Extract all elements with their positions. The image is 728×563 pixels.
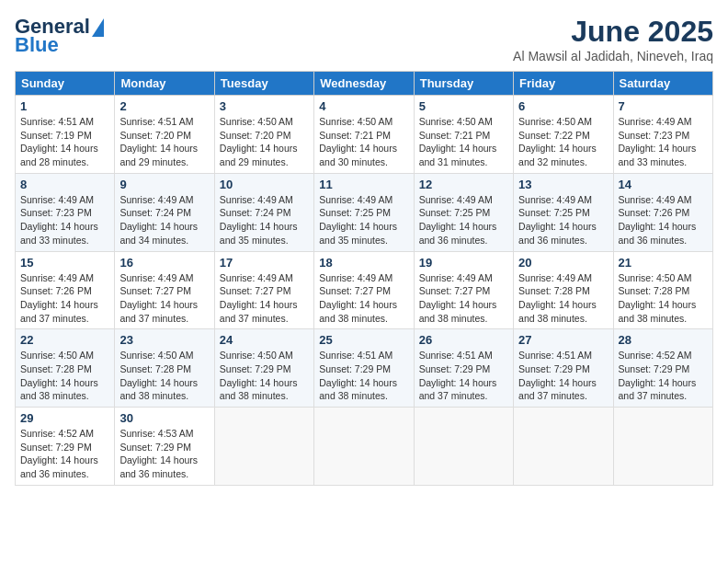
daylight-label: Daylight: 14 hours and 37 minutes. — [220, 299, 298, 324]
week-row-2: 8 Sunrise: 4:49 AM Sunset: 7:23 PM Dayli… — [16, 173, 713, 251]
day-number: 15 — [20, 256, 109, 270]
cell-info: Sunrise: 4:52 AM Sunset: 7:29 PM Dayligh… — [20, 427, 109, 481]
cell-info: Sunrise: 4:51 AM Sunset: 7:19 PM Dayligh… — [20, 115, 109, 169]
calendar-cell: 1 Sunrise: 4:51 AM Sunset: 7:19 PM Dayli… — [16, 96, 115, 174]
cell-info: Sunrise: 4:49 AM Sunset: 7:28 PM Dayligh… — [518, 271, 608, 326]
daylight-label: Daylight: 14 hours and 37 minutes. — [518, 377, 597, 402]
sunrise-label: Sunrise: 4:50 AM — [619, 272, 692, 283]
cell-info: Sunrise: 4:50 AM Sunset: 7:22 PM Dayligh… — [518, 115, 608, 169]
cell-info: Sunrise: 4:49 AM Sunset: 7:23 PM Dayligh… — [20, 193, 109, 247]
sunrise-label: Sunrise: 4:50 AM — [518, 116, 592, 127]
col-header-thursday: Thursday — [414, 72, 513, 96]
month-title: June 2025 — [513, 15, 713, 49]
cell-info: Sunrise: 4:49 AM Sunset: 7:24 PM Dayligh… — [119, 193, 209, 247]
sunrise-label: Sunrise: 4:49 AM — [220, 272, 293, 283]
daylight-label: Daylight: 14 hours and 38 minutes. — [319, 299, 397, 324]
sunrise-label: Sunrise: 4:49 AM — [220, 194, 293, 205]
calendar-cell: 4 Sunrise: 4:50 AM Sunset: 7:21 PM Dayli… — [314, 96, 414, 174]
cell-info: Sunrise: 4:49 AM Sunset: 7:25 PM Dayligh… — [419, 193, 508, 247]
calendar-cell: 24 Sunrise: 4:50 AM Sunset: 7:29 PM Dayl… — [214, 329, 313, 408]
header-row: SundayMondayTuesdayWednesdayThursdayFrid… — [16, 72, 713, 96]
sunset-label: Sunset: 7:23 PM — [20, 207, 92, 218]
sunset-label: Sunset: 7:29 PM — [119, 442, 191, 453]
day-number: 12 — [419, 178, 508, 191]
daylight-label: Daylight: 14 hours and 38 minutes. — [220, 377, 298, 402]
sunrise-label: Sunrise: 4:51 AM — [419, 350, 493, 361]
week-row-4: 22 Sunrise: 4:50 AM Sunset: 7:28 PM Dayl… — [16, 329, 713, 408]
sunrise-label: Sunrise: 4:50 AM — [20, 350, 94, 361]
daylight-label: Daylight: 14 hours and 34 minutes. — [119, 221, 198, 246]
cell-info: Sunrise: 4:52 AM Sunset: 7:29 PM Dayligh… — [619, 349, 708, 403]
cell-info: Sunrise: 4:51 AM Sunset: 7:29 PM Dayligh… — [319, 349, 408, 403]
calendar-cell: 14 Sunrise: 4:49 AM Sunset: 7:26 PM Dayl… — [613, 173, 712, 251]
daylight-label: Daylight: 14 hours and 37 minutes. — [119, 299, 198, 324]
calendar-cell: 23 Sunrise: 4:50 AM Sunset: 7:28 PM Dayl… — [115, 329, 214, 408]
sunset-label: Sunset: 7:28 PM — [518, 285, 590, 296]
sunrise-label: Sunrise: 4:51 AM — [518, 350, 592, 361]
sunset-label: Sunset: 7:28 PM — [20, 363, 92, 374]
day-number: 27 — [518, 333, 608, 347]
cell-info: Sunrise: 4:50 AM Sunset: 7:20 PM Dayligh… — [220, 115, 309, 169]
day-number: 14 — [619, 178, 708, 191]
daylight-label: Daylight: 14 hours and 36 minutes. — [518, 221, 597, 246]
cell-info: Sunrise: 4:50 AM Sunset: 7:28 PM Dayligh… — [20, 349, 109, 403]
sunrise-label: Sunrise: 4:51 AM — [119, 116, 193, 127]
day-number: 4 — [319, 99, 408, 113]
day-number: 20 — [518, 256, 608, 270]
day-number: 10 — [220, 178, 309, 191]
day-number: 9 — [119, 178, 209, 191]
daylight-label: Daylight: 14 hours and 29 minutes. — [220, 143, 298, 167]
day-number: 21 — [619, 256, 708, 270]
col-header-friday: Friday — [514, 72, 613, 96]
calendar-cell: 9 Sunrise: 4:49 AM Sunset: 7:24 PM Dayli… — [115, 173, 214, 251]
sunrise-label: Sunrise: 4:49 AM — [419, 194, 493, 205]
daylight-label: Daylight: 14 hours and 33 minutes. — [20, 221, 98, 246]
day-number: 7 — [619, 99, 708, 113]
cell-info: Sunrise: 4:50 AM Sunset: 7:28 PM Dayligh… — [119, 349, 209, 403]
daylight-label: Daylight: 14 hours and 37 minutes. — [619, 377, 697, 402]
day-number: 24 — [220, 333, 309, 347]
sunset-label: Sunset: 7:19 PM — [20, 130, 92, 141]
calendar-cell: 13 Sunrise: 4:49 AM Sunset: 7:25 PM Dayl… — [514, 173, 613, 251]
sunset-label: Sunset: 7:24 PM — [119, 207, 191, 218]
calendar-cell — [514, 408, 613, 486]
calendar-cell: 30 Sunrise: 4:53 AM Sunset: 7:29 PM Dayl… — [115, 408, 214, 486]
calendar-cell: 17 Sunrise: 4:49 AM Sunset: 7:27 PM Dayl… — [214, 251, 313, 329]
daylight-label: Daylight: 14 hours and 38 minutes. — [119, 377, 198, 402]
sunrise-label: Sunrise: 4:49 AM — [518, 272, 592, 283]
cell-info: Sunrise: 4:51 AM Sunset: 7:20 PM Dayligh… — [119, 115, 209, 169]
sunset-label: Sunset: 7:21 PM — [319, 130, 391, 141]
sunset-label: Sunset: 7:29 PM — [319, 363, 391, 374]
daylight-label: Daylight: 14 hours and 36 minutes. — [20, 454, 98, 479]
daylight-label: Daylight: 14 hours and 38 minutes. — [619, 299, 697, 324]
sunrise-label: Sunrise: 4:52 AM — [20, 428, 94, 439]
calendar-cell: 28 Sunrise: 4:52 AM Sunset: 7:29 PM Dayl… — [613, 329, 712, 408]
calendar-cell: 29 Sunrise: 4:52 AM Sunset: 7:29 PM Dayl… — [16, 408, 115, 486]
daylight-label: Daylight: 14 hours and 36 minutes. — [419, 221, 497, 246]
sunrise-label: Sunrise: 4:50 AM — [220, 350, 293, 361]
col-header-tuesday: Tuesday — [214, 72, 313, 96]
sunset-label: Sunset: 7:29 PM — [619, 363, 690, 374]
sunset-label: Sunset: 7:29 PM — [20, 442, 92, 453]
sunset-label: Sunset: 7:25 PM — [319, 207, 391, 218]
sunrise-label: Sunrise: 4:49 AM — [619, 194, 692, 205]
cell-info: Sunrise: 4:49 AM Sunset: 7:24 PM Dayligh… — [220, 193, 309, 247]
day-number: 25 — [319, 333, 408, 347]
daylight-label: Daylight: 14 hours and 38 minutes. — [518, 299, 597, 324]
day-number: 8 — [20, 178, 109, 191]
daylight-label: Daylight: 14 hours and 38 minutes. — [319, 377, 397, 402]
calendar-cell: 20 Sunrise: 4:49 AM Sunset: 7:28 PM Dayl… — [514, 251, 613, 329]
daylight-label: Daylight: 14 hours and 28 minutes. — [20, 143, 98, 167]
daylight-label: Daylight: 14 hours and 38 minutes. — [20, 377, 98, 402]
day-number: 22 — [20, 333, 109, 347]
calendar-cell: 6 Sunrise: 4:50 AM Sunset: 7:22 PM Dayli… — [514, 96, 613, 174]
day-number: 17 — [220, 256, 309, 270]
calendar-table: SundayMondayTuesdayWednesdayThursdayFrid… — [15, 71, 713, 486]
title-block: June 2025 Al Mawsil al Jadidah, Nineveh,… — [513, 15, 713, 63]
cell-info: Sunrise: 4:49 AM Sunset: 7:26 PM Dayligh… — [20, 271, 109, 326]
logo-general: General — [15, 15, 90, 39]
week-row-3: 15 Sunrise: 4:49 AM Sunset: 7:26 PM Dayl… — [16, 251, 713, 329]
calendar-cell: 21 Sunrise: 4:50 AM Sunset: 7:28 PM Dayl… — [613, 251, 712, 329]
daylight-label: Daylight: 14 hours and 37 minutes. — [419, 377, 497, 402]
sunset-label: Sunset: 7:20 PM — [119, 130, 191, 141]
